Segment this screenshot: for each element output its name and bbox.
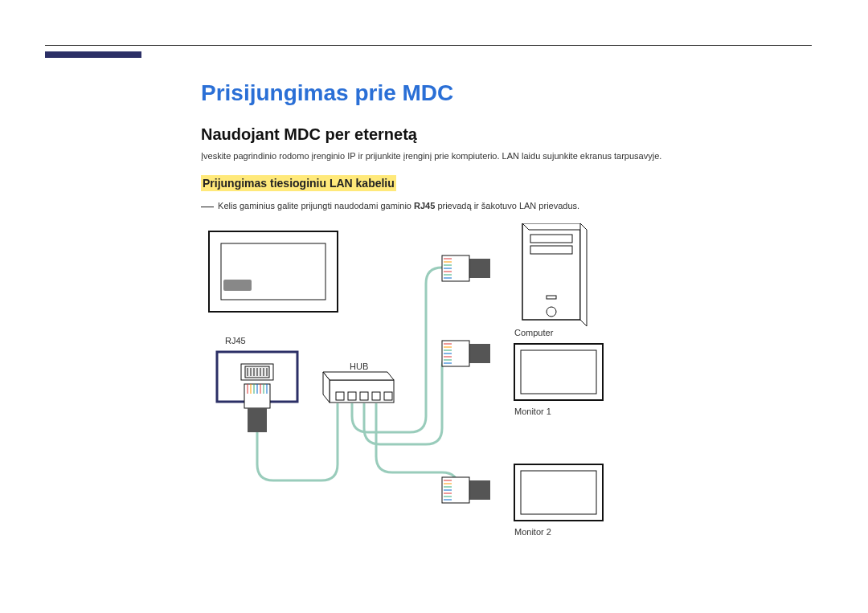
svg-rect-26 bbox=[348, 392, 356, 400]
svg-rect-61 bbox=[530, 246, 572, 254]
svg-rect-28 bbox=[372, 392, 380, 400]
note-prefix: Kelis gaminius galite prijungti naudodam… bbox=[218, 201, 414, 210]
monitor1-label: Monitor 1 bbox=[514, 407, 551, 416]
page-content: Prisijungimas prie MDC Naudojant MDC per… bbox=[201, 80, 812, 569]
display-front-icon bbox=[209, 231, 338, 312]
hub-label: HUB bbox=[350, 362, 368, 371]
svg-rect-1 bbox=[221, 243, 326, 300]
monitor2-label: Monitor 2 bbox=[514, 527, 551, 537]
svg-marker-59 bbox=[580, 223, 587, 326]
ethernet-plug-1-icon bbox=[442, 255, 490, 281]
section-subtitle: Naudojant MDC per eternetą bbox=[201, 125, 812, 144]
ethernet-plug-3-icon bbox=[442, 477, 490, 503]
svg-marker-58 bbox=[522, 223, 587, 230]
rj45-plug-icon bbox=[244, 384, 270, 432]
svg-rect-60 bbox=[530, 235, 572, 243]
note-suffix: prievadą ir šakotuvo LAN prievadus. bbox=[435, 201, 579, 210]
highlighted-section-label: Prijungimas tiesioginiu LAN kabeliu bbox=[201, 175, 396, 191]
svg-rect-67 bbox=[521, 471, 596, 514]
diagram-svg bbox=[201, 223, 812, 569]
note-text: ― Kelis gaminius galite prijungti naudod… bbox=[201, 199, 812, 214]
header-rule bbox=[45, 45, 812, 46]
svg-rect-27 bbox=[360, 392, 368, 400]
note-bold: RJ45 bbox=[414, 201, 435, 210]
ethernet-plug-2-icon bbox=[442, 341, 490, 366]
svg-rect-21 bbox=[248, 408, 267, 432]
rj45-label: RJ45 bbox=[225, 336, 246, 345]
svg-rect-64 bbox=[514, 344, 603, 400]
svg-rect-29 bbox=[384, 392, 392, 400]
computer-icon bbox=[522, 223, 587, 326]
svg-rect-63 bbox=[547, 296, 556, 299]
svg-rect-65 bbox=[521, 350, 596, 394]
page-title: Prisijungimas prie MDC bbox=[201, 80, 812, 106]
svg-rect-30 bbox=[468, 259, 490, 278]
svg-rect-2 bbox=[223, 280, 252, 291]
note-dash: ― bbox=[201, 199, 214, 213]
connection-diagram: RJ45 HUB Computer Monitor 1 Monitor 2 bbox=[201, 223, 812, 569]
monitor-1-icon bbox=[514, 344, 603, 400]
monitor-2-icon bbox=[514, 464, 603, 521]
svg-marker-23 bbox=[323, 372, 394, 380]
svg-point-62 bbox=[547, 307, 556, 317]
svg-rect-48 bbox=[468, 480, 490, 500]
computer-label: Computer bbox=[514, 328, 553, 337]
side-accent-bar bbox=[45, 51, 141, 58]
hub-icon bbox=[323, 372, 394, 403]
intro-paragraph: Įveskite pagrindinio rodomo įrenginio IP… bbox=[201, 150, 812, 162]
svg-rect-39 bbox=[468, 344, 490, 363]
svg-rect-25 bbox=[336, 392, 344, 400]
svg-rect-66 bbox=[514, 464, 603, 521]
